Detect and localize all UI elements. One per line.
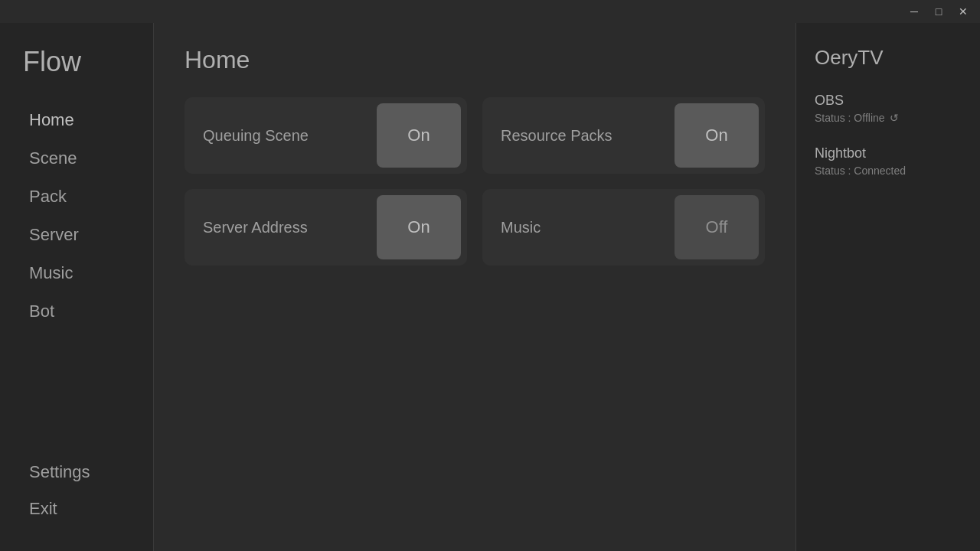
- sidebar-item-music[interactable]: Music: [6, 256, 147, 291]
- page-title: Home: [185, 46, 765, 74]
- sidebar-item-exit[interactable]: Exit: [6, 491, 147, 527]
- nightbot-service-name: Nightbot: [815, 145, 962, 161]
- sidebar-item-settings[interactable]: Settings: [6, 455, 147, 490]
- card-music[interactable]: Music Off: [482, 189, 765, 266]
- card-server-address[interactable]: Server Address On: [185, 189, 467, 266]
- sidebar-item-bot[interactable]: Bot: [6, 294, 147, 329]
- nightbot-status-text: Status : Connected: [815, 165, 962, 177]
- card-music-label: Music: [482, 189, 668, 266]
- nightbot-status-section: Nightbot Status : Connected: [815, 145, 962, 177]
- content-area: Home Queuing Scene On Resource Packs On …: [153, 23, 796, 551]
- titlebar: ─ □ ✕: [0, 0, 980, 23]
- obs-status-label: Status : Offline: [815, 112, 885, 124]
- nightbot-status-label: Status : Connected: [815, 165, 906, 177]
- card-server-address-label: Server Address: [185, 189, 371, 266]
- right-panel-title: OeryTV: [815, 46, 962, 70]
- sidebar-item-server[interactable]: Server: [6, 217, 147, 253]
- sidebar: Flow Home Scene Pack Server Music Bot Se…: [0, 23, 153, 551]
- refresh-icon[interactable]: ↺: [890, 112, 899, 124]
- sidebar-bottom: Settings Exit: [0, 445, 153, 536]
- card-queuing-scene-toggle[interactable]: On: [377, 103, 461, 168]
- main-layout: Flow Home Scene Pack Server Music Bot Se…: [0, 23, 980, 551]
- obs-service-name: OBS: [815, 93, 962, 109]
- minimize-button[interactable]: ─: [903, 4, 925, 19]
- maximize-button[interactable]: □: [928, 4, 949, 19]
- card-server-address-toggle[interactable]: On: [377, 195, 461, 259]
- sidebar-nav: Home Scene Pack Server Music Bot: [0, 101, 153, 445]
- card-queuing-scene[interactable]: Queuing Scene On: [185, 97, 467, 174]
- card-resource-packs-toggle[interactable]: On: [675, 103, 759, 168]
- card-music-toggle[interactable]: Off: [675, 195, 759, 259]
- app-title: Flow: [0, 38, 153, 101]
- card-resource-packs[interactable]: Resource Packs On: [482, 97, 765, 174]
- card-resource-packs-label: Resource Packs: [482, 97, 668, 174]
- sidebar-item-scene[interactable]: Scene: [6, 141, 147, 176]
- close-button[interactable]: ✕: [952, 4, 974, 19]
- card-queuing-scene-label: Queuing Scene: [185, 97, 371, 174]
- obs-status-text: Status : Offline ↺: [815, 112, 962, 124]
- sidebar-item-pack[interactable]: Pack: [6, 179, 147, 214]
- sidebar-item-home[interactable]: Home: [6, 103, 147, 138]
- cards-grid: Queuing Scene On Resource Packs On Serve…: [185, 97, 765, 266]
- obs-status-section: OBS Status : Offline ↺: [815, 93, 962, 124]
- right-panel: OeryTV OBS Status : Offline ↺ Nightbot S…: [796, 23, 980, 551]
